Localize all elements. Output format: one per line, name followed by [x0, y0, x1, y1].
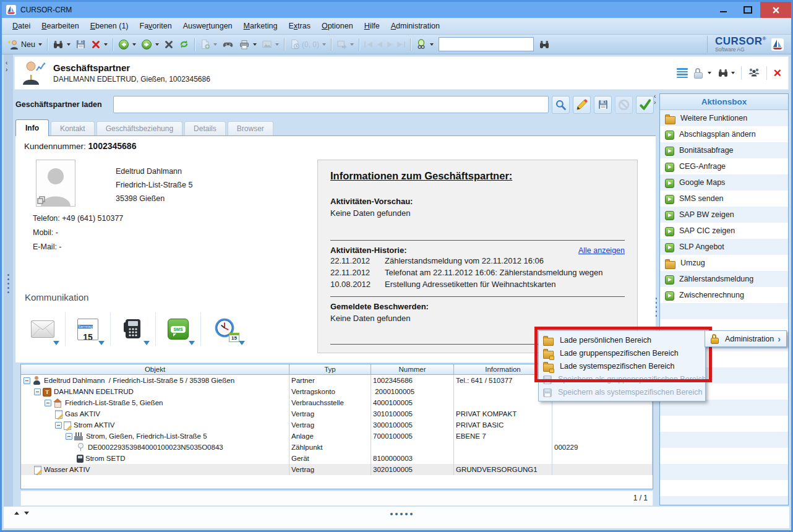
menu-item[interactable]: Ebenen (1) [85, 19, 134, 33]
save-record-button[interactable] [594, 96, 612, 114]
next-record-button[interactable] [385, 40, 394, 49]
splitter-down-icon[interactable] [24, 512, 29, 515]
aktionsbox-item[interactable]: Abschlagsplan ändern [660, 126, 788, 142]
splitter-dots-handle[interactable] [390, 513, 413, 515]
save-button[interactable] [74, 38, 88, 51]
cancel-button[interactable] [162, 38, 176, 51]
tree-collapse-icon[interactable] [66, 433, 72, 440]
edit-button[interactable] [573, 96, 591, 114]
table-row[interactable]: Gas AKTIV Vertrag 3010100005 PRIVAT KOMP… [21, 408, 653, 419]
new-document-button[interactable] [198, 38, 219, 51]
column-header-objekt[interactable]: Objekt [21, 364, 289, 374]
context-menu-item[interactable]: Lade systemspezifischen Bereich [539, 359, 705, 372]
context-menu-item[interactable]: Speichern als systemspezifischen Bereich [539, 385, 705, 398]
tree-collapse-icon[interactable] [55, 422, 62, 429]
aktionsbox-item[interactable]: Bonitätsabfrage [660, 142, 788, 158]
splitter-up-icon[interactable] [14, 512, 19, 515]
context-menu-item[interactable]: Lade persönlichen Bereich [539, 333, 705, 346]
last-record-button[interactable] [395, 40, 407, 49]
new-button[interactable]: Neu [6, 38, 44, 51]
delete-button[interactable] [89, 38, 109, 51]
table-row[interactable]: DE000229353984000100023N5035O0843 Zählpu… [21, 442, 653, 453]
quick-search-input[interactable] [439, 37, 534, 51]
phone-button[interactable] [115, 312, 151, 346]
close-button[interactable] [760, 2, 791, 18]
contact-persons-button[interactable] [748, 66, 760, 80]
discard-button[interactable] [615, 96, 633, 114]
previous-record-button[interactable] [375, 40, 384, 49]
column-header-typ[interactable]: Typ [289, 364, 371, 374]
menu-item[interactable]: Optionen [316, 19, 359, 33]
person-search-button[interactable] [414, 38, 435, 51]
menu-hamburger-icon[interactable] [677, 68, 688, 78]
horizontal-splitter[interactable] [2, 510, 791, 518]
forward-button[interactable] [139, 38, 161, 51]
appointment-button[interactable]: Samstag15 [70, 312, 106, 346]
administration-button[interactable]: Administration › [705, 330, 787, 347]
close-entity-button[interactable]: ✕ [773, 68, 782, 79]
search-button[interactable] [51, 38, 72, 51]
menu-item[interactable]: Datei [7, 19, 36, 33]
minimize-button[interactable] [711, 2, 735, 18]
table-row[interactable]: Wasser AKTIV Vertrag 3020100005 GRUNDVER… [21, 464, 653, 475]
collapse-arrows-icon[interactable]: ‹› [654, 93, 656, 106]
menu-item[interactable]: Extras [283, 19, 315, 33]
aktionsbox-item[interactable]: Zwischenrechnung [660, 287, 788, 303]
aktionsbox-item[interactable]: Weitere Funktionen [660, 110, 788, 126]
followup-button[interactable]: 15 [205, 312, 246, 346]
tree-collapse-icon[interactable] [34, 388, 41, 395]
lookup-button[interactable] [552, 96, 570, 114]
table-row[interactable]: Strom AKTIV Vertrag 3000100005 PRIVAT BA… [21, 419, 653, 431]
tab[interactable]: Kontakt [51, 121, 95, 136]
splitter-handle[interactable] [7, 274, 9, 293]
collapse-arrows-icon[interactable]: ‹› [6, 59, 7, 73]
context-menu-item[interactable]: Speichern als gruppenspezifischen Bereic… [539, 372, 705, 385]
records-button[interactable]: (0, 0) [288, 38, 328, 51]
tree-collapse-icon[interactable] [45, 400, 51, 406]
menu-item[interactable]: Hilfe [359, 19, 385, 33]
menu-item[interactable]: Favoriten [134, 19, 178, 33]
partner-load-input[interactable] [113, 96, 549, 113]
aktionsbox-item[interactable]: Google Maps [660, 174, 788, 191]
back-button[interactable] [116, 38, 138, 51]
aktionsbox-item[interactable]: SAP BW zeigen [660, 207, 788, 223]
menu-item[interactable]: Bearbeiten [36, 19, 84, 33]
tab[interactable]: Details [184, 121, 226, 136]
sms-button[interactable]: SMS [160, 312, 196, 346]
confirm-button[interactable] [636, 96, 654, 114]
first-record-button[interactable] [362, 40, 374, 49]
export-button[interactable] [335, 38, 356, 51]
controller-button[interactable] [220, 38, 236, 51]
show-all-link[interactable]: Alle anzeigen [578, 246, 625, 255]
menu-item[interactable]: Auswertungen [178, 19, 238, 33]
contact-photo-placeholder[interactable] [36, 160, 75, 209]
aktionsbox-item[interactable]: SAP CIC zeigen [660, 223, 788, 239]
email-button[interactable] [25, 312, 61, 346]
menu-item[interactable]: Marketing [238, 19, 283, 33]
historie-entry[interactable]: 22.11.2012Telefonat am 22.11.2012 16:06:… [330, 267, 625, 278]
print-button[interactable] [237, 38, 259, 51]
search-entity-button[interactable] [718, 67, 735, 79]
context-menu-item[interactable]: Lade gruppenspezifischen Bereich [539, 346, 705, 359]
tab[interactable]: Info [15, 119, 49, 136]
left-collapse-strip[interactable]: ‹› [4, 54, 13, 528]
aktionsbox-item[interactable]: SLP Angebot [660, 239, 788, 255]
aktionsbox-item[interactable]: Zählerstandsmeldung [660, 271, 788, 287]
table-row[interactable]: Strom SETD Gerät 8100000003 [21, 453, 653, 464]
tree-collapse-icon[interactable] [24, 377, 30, 384]
menu-item[interactable]: Administration [385, 19, 445, 33]
table-row[interactable]: Strom, Gießen, Friedrich-List-Straße 5 A… [21, 431, 653, 442]
aktionsbox-item[interactable]: CEG-Anfrage [660, 158, 788, 174]
aktionsbox-item[interactable]: SMS senden [660, 191, 788, 207]
maximize-button[interactable] [735, 2, 760, 18]
tab[interactable]: Browser [228, 121, 273, 136]
aktionsbox-item[interactable]: Umzug [660, 255, 788, 271]
column-header-nummer[interactable]: Nummer [371, 364, 454, 374]
historie-entry[interactable]: 10.08.2012Erstellung Adressetiketten für… [330, 278, 625, 290]
refresh-button[interactable] [177, 38, 191, 51]
historie-entry[interactable]: 22.11.2012Zählerstandsmeldung vom 22.11.… [330, 255, 625, 267]
preview-button[interactable] [260, 38, 281, 51]
lock-button[interactable] [694, 68, 711, 78]
find-button[interactable] [537, 38, 552, 51]
tab[interactable]: Geschäftsbeziehung [96, 121, 182, 136]
